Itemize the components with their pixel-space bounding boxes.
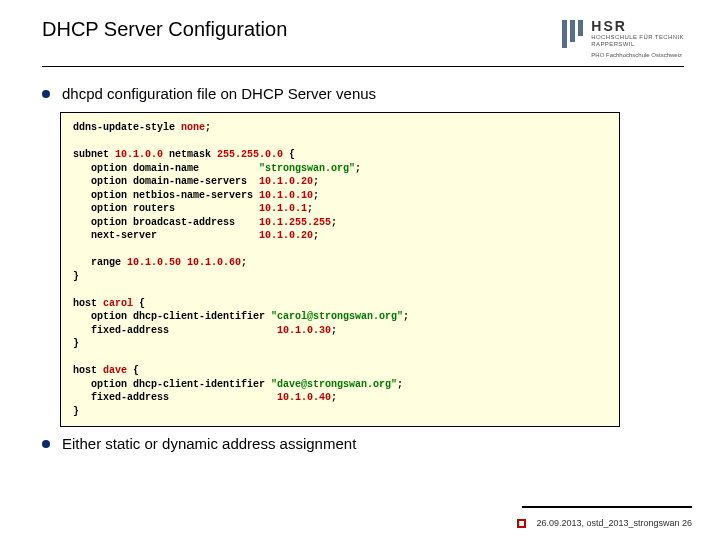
footer-logo-icon	[517, 519, 526, 528]
logo-line2: RAPPERSWIL	[591, 41, 684, 48]
page-title: DHCP Server Configuration	[42, 18, 287, 41]
bullet-1-text: dhcpd configuration file on DHCP Server …	[62, 85, 376, 102]
logo-bars-icon	[562, 18, 583, 48]
slide-header: DHCP Server Configuration HSR HOCHSCHULE…	[0, 0, 720, 66]
logo-abbr: HSR	[591, 18, 684, 34]
slide-content: dhcpd configuration file on DHCP Server …	[0, 67, 720, 452]
logo-pho: PHO Fachhochschule Ostschweiz	[591, 52, 684, 58]
bullet-row-1: dhcpd configuration file on DHCP Server …	[60, 85, 684, 102]
bullet-icon	[42, 90, 50, 98]
bullet-2-text: Either static or dynamic address assignm…	[62, 435, 356, 452]
bullet-row-2: Either static or dynamic address assignm…	[60, 435, 684, 452]
footer-text: 26.09.2013, ostd_2013_strongswan 26	[536, 518, 692, 528]
bullet-icon	[42, 440, 50, 448]
hsr-logo: HSR HOCHSCHULE FÜR TECHNIK RAPPERSWIL PH…	[562, 18, 684, 58]
logo-text: HSR HOCHSCHULE FÜR TECHNIK RAPPERSWIL PH…	[591, 18, 684, 58]
logo-line1: HOCHSCHULE FÜR TECHNIK	[591, 34, 684, 41]
footer-row: 26.09.2013, ostd_2013_strongswan 26	[517, 518, 692, 528]
dhcpd-config-code: ddns-update-style none; subnet 10.1.0.0 …	[60, 112, 620, 427]
footer-divider	[522, 506, 692, 508]
slide-footer: 26.09.2013, ostd_2013_strongswan 26	[517, 506, 692, 528]
